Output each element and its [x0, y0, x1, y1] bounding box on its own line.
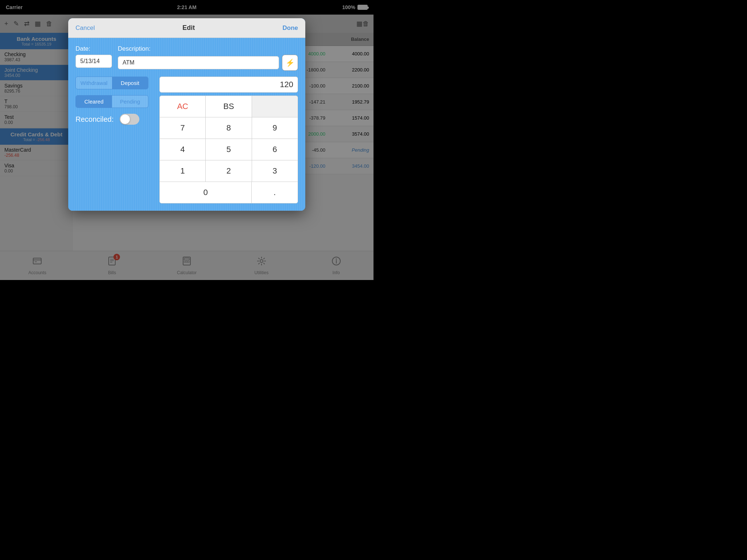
calc-area: Withdrawal Deposit Cleared Pending Recon…: [76, 77, 298, 203]
desc-group: Description: ⚡: [118, 45, 298, 71]
calc-9[interactable]: 9: [252, 117, 298, 139]
reconciled-row: Reconciled:: [76, 114, 152, 125]
calc-1[interactable]: 1: [160, 160, 206, 182]
calc-7[interactable]: 7: [160, 117, 206, 139]
calc-row-456: 4 5 6: [160, 139, 298, 160]
calc-8[interactable]: 8: [206, 117, 252, 139]
cleared-button[interactable]: Cleared: [76, 96, 112, 108]
calc-row-789: 7 8 9: [160, 117, 298, 139]
calc-dot[interactable]: .: [252, 182, 298, 203]
calculator-panel: 120 AC BS 7 8 9: [159, 77, 298, 203]
ac-button[interactable]: AC: [160, 96, 206, 117]
done-button[interactable]: Done: [282, 24, 298, 32]
left-controls: Withdrawal Deposit Cleared Pending Recon…: [76, 77, 152, 203]
modal-title: Edit: [182, 24, 195, 32]
calc-display-row: 120: [159, 77, 298, 94]
calc-3[interactable]: 3: [252, 160, 298, 182]
date-input[interactable]: [76, 55, 112, 68]
pending-button[interactable]: Pending: [112, 96, 148, 108]
date-label: Date:: [76, 45, 112, 52]
calc-5[interactable]: 5: [206, 139, 252, 160]
calc-row-0dot: 0 .: [160, 182, 298, 203]
lightning-button[interactable]: ⚡: [282, 55, 298, 71]
edit-modal: Cancel Edit Done Date: Description: ⚡: [68, 18, 305, 211]
calc-2[interactable]: 2: [206, 160, 252, 182]
modal-body: Date: Description: ⚡ Withdrawal Deposit: [68, 38, 305, 211]
calc-display: 120: [159, 77, 298, 93]
calc-0[interactable]: 0: [160, 182, 252, 203]
desc-label: Description:: [118, 45, 298, 52]
reconciled-label: Reconciled:: [76, 115, 114, 124]
calc-grid: AC BS 7 8 9 4 5 6: [159, 96, 298, 203]
toggle-thumb: [120, 114, 130, 124]
reconciled-toggle[interactable]: [120, 114, 139, 125]
cancel-button[interactable]: Cancel: [76, 24, 95, 32]
status-toggle[interactable]: Cleared Pending: [76, 95, 148, 108]
withdrawal-button[interactable]: Withdrawal: [76, 77, 112, 89]
calc-4[interactable]: 4: [160, 139, 206, 160]
bs-button[interactable]: BS: [206, 96, 252, 117]
form-top-row: Date: Description: ⚡: [76, 45, 298, 71]
deposit-button[interactable]: Deposit: [112, 77, 148, 89]
desc-input[interactable]: [118, 56, 279, 69]
calc-top-row: AC BS: [160, 96, 298, 117]
calc-row-123: 1 2 3: [160, 160, 298, 182]
transaction-type-toggle[interactable]: Withdrawal Deposit: [76, 77, 148, 89]
calc-6[interactable]: 6: [252, 139, 298, 160]
date-group: Date:: [76, 45, 112, 68]
modal-header: Cancel Edit Done: [68, 18, 305, 38]
